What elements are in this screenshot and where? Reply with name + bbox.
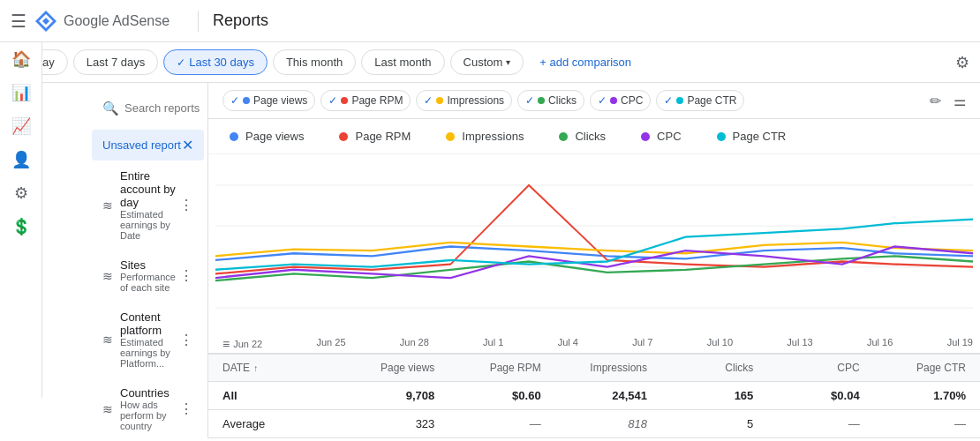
item-icon-2: ≋ xyxy=(102,333,113,347)
chip-pagerpm-label: Page RPM xyxy=(351,94,403,107)
cell-pagerpm-all: $0.60 xyxy=(434,389,540,402)
xaxis-label-8: Jul 16 xyxy=(867,337,893,351)
dot-impressions xyxy=(436,97,443,104)
xaxis-label-4: Jul 4 xyxy=(558,337,578,351)
edit-icon[interactable]: ✏ xyxy=(930,93,941,109)
cell-cpc-all: $0.04 xyxy=(753,389,859,402)
chip-impressions-label: Impressions xyxy=(447,94,504,107)
legend-impressions: Impressions xyxy=(446,130,524,143)
cell-pageviews-all: 9,708 xyxy=(328,389,434,402)
more-icon-1[interactable]: ⋮ xyxy=(179,267,193,284)
dot-cpc xyxy=(610,97,617,104)
chip-cpc-label: CPC xyxy=(621,94,643,107)
col-date[interactable]: DATE ↑ xyxy=(222,362,328,374)
check-cpc-icon: ✓ xyxy=(598,94,607,107)
cell-cpc-avg: — xyxy=(753,417,859,430)
page-title: Reports xyxy=(213,11,268,30)
filter-custom[interactable]: Custom ▾ xyxy=(450,49,524,75)
xaxis-label-0: ≡ Jun 22 xyxy=(222,337,262,351)
chip-clicks-label: Clicks xyxy=(548,94,577,107)
metric-chips: ✓ Page views ✓ Page RPM ✓ Impressions ✓ … xyxy=(208,83,980,119)
cell-impressions-all: 24,541 xyxy=(541,389,647,402)
col-cpc: CPC xyxy=(753,362,859,374)
item-sub-1: Performance of each site xyxy=(120,272,179,293)
chip-clicks[interactable]: ✓ Clicks xyxy=(517,90,584,111)
chart-area xyxy=(208,154,980,335)
add-comparison[interactable]: + add comparison xyxy=(532,50,638,74)
item-icon-3: ≋ xyxy=(102,402,113,416)
chip-impressions[interactable]: ✓ Impressions xyxy=(416,90,512,111)
filterbar: Today Last 7 days ✓ Last 30 days This mo… xyxy=(0,42,980,83)
item-title-1: Sites xyxy=(120,258,179,272)
filter-thismonth[interactable]: This month xyxy=(273,49,356,75)
cell-clicks-avg: 5 xyxy=(647,417,753,430)
item-title-3: Countries xyxy=(120,386,179,400)
legend-dot-page-rpm xyxy=(339,132,348,141)
chip-page-ctr[interactable]: ✓ Page CTR xyxy=(656,90,744,111)
col-impressions: Impressions xyxy=(541,362,647,374)
more-icon-0[interactable]: ⋮ xyxy=(179,197,193,213)
col-pagectr: Page CTR xyxy=(860,362,966,374)
legend-dot-cpc xyxy=(641,132,650,141)
sidebar-active-item[interactable]: Unsaved report ✕ xyxy=(92,130,204,161)
cell-clicks-all: 165 xyxy=(647,389,753,402)
sidebar-item-sites[interactable]: ≋ Sites Performance of each site ⋮ xyxy=(92,250,204,302)
col-clicks: Clicks xyxy=(647,362,753,374)
logo-icon xyxy=(34,9,58,34)
more-icon-2[interactable]: ⋮ xyxy=(179,332,193,348)
legend-label-page-views: Page views xyxy=(245,130,304,143)
chip-cpc[interactable]: ✓ CPC xyxy=(590,90,651,111)
xaxis-label-1: Jun 25 xyxy=(316,337,345,351)
more-icon-3[interactable]: ⋮ xyxy=(179,400,193,417)
nav-chart-icon[interactable]: 📊 xyxy=(11,83,31,102)
cell-pagectr-all: 1.70% xyxy=(860,389,966,402)
cell-pagerpm-avg: — xyxy=(434,417,540,430)
item-sub-3: How ads perform by country xyxy=(120,400,179,431)
check-pageviews-icon: ✓ xyxy=(230,94,239,107)
cell-date-all: All xyxy=(222,389,328,402)
item-title-2: Content platform xyxy=(120,310,179,337)
search-icon: 🔍 xyxy=(102,101,119,116)
legend-dot-impressions xyxy=(446,132,455,141)
filter-last30[interactable]: ✓ Last 30 days xyxy=(163,49,268,75)
legend-dot-page-ctr xyxy=(717,132,726,141)
close-icon[interactable]: ✕ xyxy=(182,137,193,153)
chip-page-views[interactable]: ✓ Page views xyxy=(222,90,315,111)
topbar: ☰ Google AdSense Reports xyxy=(0,0,980,42)
chip-page-rpm[interactable]: ✓ Page RPM xyxy=(320,90,411,111)
filter-chart-icon[interactable]: ⚌ xyxy=(954,93,966,109)
search-input[interactable] xyxy=(124,101,208,115)
content-area: ✓ Page views ✓ Page RPM ✓ Impressions ✓ … xyxy=(208,83,980,438)
legend-page-views: Page views xyxy=(230,130,304,143)
chip-pageviews-label: Page views xyxy=(253,94,307,107)
item-icon-0: ≋ xyxy=(102,198,113,213)
menu-icon[interactable]: ☰ xyxy=(11,11,26,32)
check-pagerpm-icon: ✓ xyxy=(328,94,337,107)
data-table: DATE ↑ Page views Page RPM Impressions C… xyxy=(208,354,980,438)
col-pagerpm: Page RPM xyxy=(434,362,540,374)
table-row: All 9,708 $0.60 24,541 165 $0.04 1.70% xyxy=(208,382,980,410)
nav-person-icon[interactable]: 👤 xyxy=(11,150,31,169)
chart-legend: Page views Page RPM Impressions Clicks C… xyxy=(208,119,980,154)
cell-date-avg: Average xyxy=(222,417,328,430)
sidebar-item-countries[interactable]: ≋ Countries How ads perform by country ⋮ xyxy=(92,377,204,438)
cell-impressions-avg: 818 xyxy=(541,417,647,430)
main-layout: 🏠 📊 📈 👤 ⚙ 💲 🔍 + Unsaved report ✕ ≋ Entir… xyxy=(0,83,980,438)
line-page-rpm xyxy=(215,185,973,274)
nav-settings2-icon[interactable]: ⚙ xyxy=(14,183,28,203)
dot-page-rpm xyxy=(341,97,348,104)
xaxis: ≡ Jun 22 Jun 25 Jun 28 Jul 1 Jul 4 Jul 7… xyxy=(208,335,980,354)
table-header: DATE ↑ Page views Page RPM Impressions C… xyxy=(208,355,980,382)
legend-page-ctr: Page CTR xyxy=(717,130,787,143)
filter-lastmonth[interactable]: Last month xyxy=(361,49,444,75)
sidebar-item-content-platform[interactable]: ≋ Content platform Estimated earnings by… xyxy=(92,302,204,377)
item-icon-1: ≋ xyxy=(102,269,113,283)
chart-svg xyxy=(215,158,973,335)
sidebar-item-entire-account[interactable]: ≋ Entire account by day Estimated earnin… xyxy=(92,161,204,250)
legend-page-rpm: Page RPM xyxy=(339,130,411,143)
filter-last7[interactable]: Last 7 days xyxy=(73,49,159,75)
nav-reports-icon[interactable]: 📈 xyxy=(11,116,31,136)
nav-dollar-icon[interactable]: 💲 xyxy=(11,217,31,236)
settings-icon[interactable]: ⚙ xyxy=(955,53,969,72)
search-bar: 🔍 + xyxy=(92,93,200,123)
